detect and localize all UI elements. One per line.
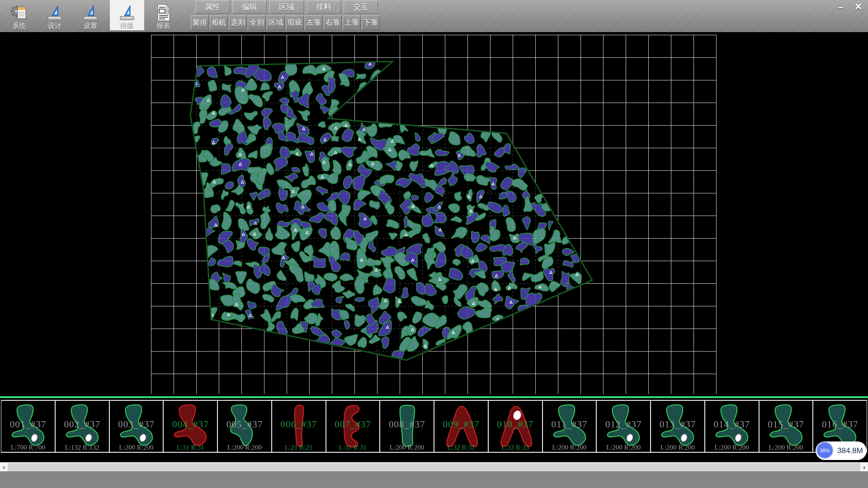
thumbnail-cell-004_#37[interactable]: 004_#37L:31 R:31: [163, 400, 217, 453]
status-bar: [0, 471, 868, 488]
main-button-label: 系统: [12, 22, 26, 29]
report-doc-icon: [154, 3, 172, 22]
thumbnail-cell-002_#37[interactable]: 002_#37L:132 R:132: [55, 400, 109, 453]
thumbnail-piece-canvas: [110, 401, 162, 452]
piece-thumbnail-strip: 001_#37L:700 R:700002_#37L:132 R:132003_…: [1, 400, 867, 453]
tool-button-6[interactable]: 瑕疵: [286, 15, 304, 30]
tool-button-8[interactable]: 右靠: [324, 15, 342, 30]
horizontal-scrollbar[interactable]: ‹ ›: [0, 462, 868, 471]
main-button-label: 设置: [84, 22, 97, 29]
menu-tab-4[interactable]: 排料: [307, 0, 341, 14]
memory-size-label: 384.8M: [837, 441, 863, 460]
main-button-label: 排版: [120, 22, 134, 29]
thumbnail-cell-007_#37[interactable]: 007_#37L:31 R:31: [326, 400, 380, 453]
menu-tab-2[interactable]: 编辑: [232, 0, 267, 14]
thumbnail-cell-010_#37[interactable]: 010_#37L:33 R:33: [488, 400, 542, 453]
minimize-button[interactable]: –: [832, 1, 849, 12]
tool-button-4[interactable]: 全割: [248, 15, 266, 30]
strip-separator-line: [0, 396, 868, 398]
thumbnail-piece-canvas: [56, 401, 108, 452]
tool-button-2[interactable]: 相机: [210, 15, 228, 30]
tool-button-3[interactable]: 选割: [229, 15, 247, 30]
set-square-icon: [118, 3, 136, 22]
menu-tab-1[interactable]: 属性: [195, 0, 230, 14]
main-button-report[interactable]: 报表: [146, 0, 180, 30]
thumbnail-cell-006_#37[interactable]: 006_#37L:21 R:21: [272, 400, 326, 453]
thumbnail-piece-canvas: [327, 401, 379, 452]
thumbnail-piece-canvas: [597, 401, 649, 452]
window-controls: – ✕: [832, 1, 867, 12]
thumbnail-piece-canvas: [381, 401, 433, 452]
thumbnail-piece-canvas: [706, 401, 758, 452]
gear-doc-icon: [10, 3, 28, 22]
thumbnail-piece-canvas: [489, 401, 541, 452]
tool-button-7[interactable]: 左靠: [305, 15, 323, 30]
tool-button-10[interactable]: 下靠: [362, 15, 380, 30]
tool-button-9[interactable]: 上靠: [343, 15, 361, 30]
thumbnail-piece-canvas: [273, 401, 325, 452]
thumbnail-cell-013_#37[interactable]: 013_#37L:200 R:200: [651, 400, 705, 453]
nesting-workspace-canvas[interactable]: [0, 32, 868, 396]
thumbnail-piece-canvas: [543, 401, 595, 452]
scroll-left-button[interactable]: ‹: [0, 463, 8, 471]
main-button-nesting[interactable]: 排版: [110, 0, 144, 30]
thumbnail-cell-012_#37[interactable]: 012_#37L:200 R:200: [596, 400, 651, 453]
thumbnail-cell-014_#37[interactable]: 014_#37L:200 R:200: [705, 400, 759, 453]
tool-button-1[interactable]: 聚排: [191, 15, 209, 30]
thumbnail-piece-canvas: [2, 401, 54, 452]
memory-percent-circle: 38%: [816, 442, 833, 459]
memory-usage-badge: 38% 384.8M: [816, 441, 867, 460]
main-button-design[interactable]: 设计: [38, 0, 72, 30]
scroll-right-button[interactable]: ›: [860, 463, 868, 471]
main-button-label: 设计: [48, 22, 61, 29]
menu-tab-5[interactable]: 交互: [344, 0, 378, 14]
main-button-settings[interactable]: 设置: [73, 0, 108, 30]
thumbnail-cell-015_#37[interactable]: 015_#37L:200 R:200: [759, 400, 813, 453]
thumbnail-piece-canvas: [218, 401, 270, 452]
thumbnail-cell-001_#37[interactable]: 001_#37L:700 R:700: [1, 400, 55, 453]
thumbnail-piece-canvas: [760, 401, 812, 452]
thumbnail-piece-canvas: [651, 401, 703, 452]
thumbnail-cell-011_#37[interactable]: 011_#37L:200 R:200: [542, 400, 597, 453]
thumbnail-cell-008_#37[interactable]: 008_#37L:200 R:200: [380, 400, 434, 453]
thumbnail-cell-005_#37[interactable]: 005_#37L:200 R:200: [217, 400, 272, 453]
thumbnail-cell-003_#37[interactable]: 003_#37L:200 R:200: [109, 400, 164, 453]
main-button-system[interactable]: 系统: [2, 0, 36, 30]
close-button[interactable]: ✕: [849, 1, 867, 12]
thumbnail-cell-009_#37[interactable]: 009_#37L:32 R:31: [434, 400, 488, 453]
main-button-label: 报表: [156, 22, 170, 29]
tool-button-row: 聚排相机选割全割区域瑕疵左靠右靠上靠下靠: [191, 15, 381, 31]
menu-tab-3[interactable]: 区域: [269, 0, 304, 14]
thumbnail-piece-canvas: [164, 401, 216, 452]
set-square-icon: [46, 3, 64, 22]
thumbnail-piece-canvas: [435, 401, 487, 452]
menu-tab-row: 属性编辑区域排料交互: [195, 0, 381, 14]
tool-button-5[interactable]: 区域: [267, 15, 285, 30]
set-square-icon: [81, 3, 99, 22]
